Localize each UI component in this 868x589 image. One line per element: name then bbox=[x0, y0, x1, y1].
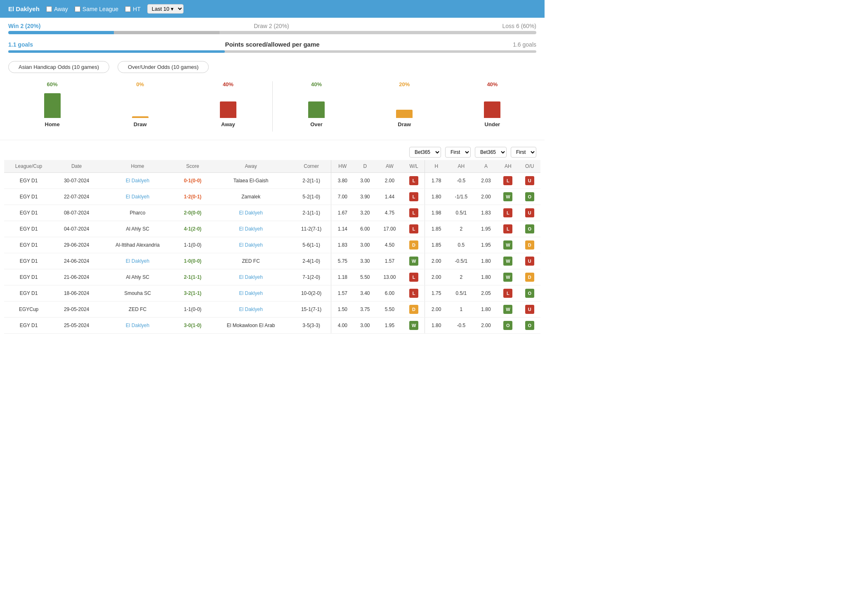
cell-home: Pharco bbox=[100, 205, 175, 221]
cell-ah-badge: W bbox=[497, 253, 519, 269]
period-select[interactable]: Last 10 ▾ Last 5 Last 20 bbox=[147, 4, 184, 14]
tab-asian-handicap[interactable]: Asian Handicap Odds (10 games) bbox=[8, 61, 109, 73]
chart-bar-away bbox=[220, 101, 236, 118]
table-header-row: League/Cup Date Home Score Away Corner H… bbox=[4, 160, 540, 173]
away-team-link[interactable]: El Daklyeh bbox=[239, 210, 262, 216]
chart-left: 60%Home0%Draw40%Away bbox=[8, 81, 273, 132]
cell-d: 3.40 bbox=[354, 285, 376, 302]
table-controls: Bet365 1xBet First Full Bet365 1xBet Fir… bbox=[4, 144, 540, 160]
cell-home[interactable]: El Daklyeh bbox=[100, 173, 175, 189]
period-select-1[interactable]: First Full bbox=[445, 147, 471, 158]
cell-hw: 5.75 bbox=[331, 253, 354, 269]
cell-score: 2-0(0-0) bbox=[175, 205, 210, 221]
away-team-link[interactable]: El Daklyeh bbox=[239, 226, 262, 232]
cell-date: 22-07-2024 bbox=[53, 189, 100, 205]
table-row: EGY D1 04-07-2024 Al Ahly SC 4-1(2-0) El… bbox=[4, 221, 540, 237]
chart-item-draw: 20%Draw bbox=[396, 81, 413, 127]
cell-aw: 1.57 bbox=[376, 253, 403, 269]
ah-badge: L bbox=[503, 224, 512, 233]
ht-checkbox[interactable] bbox=[125, 6, 131, 12]
cell-league: EGY D1 bbox=[4, 285, 53, 302]
cell-a: 1.95 bbox=[475, 221, 497, 237]
cell-ah: 0.5/1 bbox=[448, 285, 475, 302]
cell-h: 1.85 bbox=[425, 237, 448, 253]
home-team-link[interactable]: El Daklyeh bbox=[126, 323, 149, 328]
cell-date: 29-06-2024 bbox=[53, 237, 100, 253]
header-bar: El Daklyeh Away Same League HT Last 10 ▾… bbox=[0, 0, 545, 18]
cell-away[interactable]: El Daklyeh bbox=[210, 302, 292, 318]
wdl-loss-label: Loss 6 (60%) bbox=[502, 23, 536, 29]
cell-date: 21-06-2024 bbox=[53, 269, 100, 285]
away-team-link[interactable]: El Daklyeh bbox=[239, 242, 262, 248]
away-team-link[interactable]: El Daklyeh bbox=[239, 274, 262, 280]
cell-corner: 10-0(2-0) bbox=[292, 285, 331, 302]
chart-bar-over bbox=[308, 101, 325, 118]
wdl-labels: Win 2 (20%) Draw 2 (20%) Loss 6 (60%) bbox=[8, 23, 536, 29]
cell-home[interactable]: El Daklyeh bbox=[100, 253, 175, 269]
table-section: Bet365 1xBet First Full Bet365 1xBet Fir… bbox=[0, 140, 545, 338]
cell-home[interactable]: El Daklyeh bbox=[100, 318, 175, 334]
ou-badge: U bbox=[525, 176, 534, 185]
cell-corner: 11-2(7-1) bbox=[292, 221, 331, 237]
cell-corner: 15-1(7-1) bbox=[292, 302, 331, 318]
cell-away: Talaea El-Gaish bbox=[210, 173, 292, 189]
bet-select-1[interactable]: Bet365 1xBet bbox=[409, 147, 441, 158]
cell-score: 3-2(1-1) bbox=[175, 285, 210, 302]
cell-ah-badge: L bbox=[497, 173, 519, 189]
chart-item-over: 40%Over bbox=[308, 81, 325, 127]
cell-hw: 3.80 bbox=[331, 173, 354, 189]
cell-date: 24-06-2024 bbox=[53, 253, 100, 269]
tab-over-under[interactable]: Over/Under Odds (10 games) bbox=[118, 61, 209, 73]
chart-bar-wrap-home bbox=[44, 89, 61, 118]
cell-home: Al-Ittihad Alexandria bbox=[100, 237, 175, 253]
cell-h: 2.00 bbox=[425, 253, 448, 269]
ah-badge: L bbox=[503, 208, 512, 217]
cell-h: 1.75 bbox=[425, 285, 448, 302]
wl-badge: L bbox=[409, 289, 418, 298]
cell-away[interactable]: El Daklyeh bbox=[210, 285, 292, 302]
ht-checkbox-label[interactable]: HT bbox=[125, 6, 141, 12]
chart-bar-wrap-draw bbox=[396, 89, 413, 118]
ht-label: HT bbox=[133, 6, 141, 12]
cell-away[interactable]: El Daklyeh bbox=[210, 269, 292, 285]
cell-away[interactable]: El Daklyeh bbox=[210, 237, 292, 253]
away-team-link[interactable]: El Daklyeh bbox=[239, 306, 262, 312]
ou-badge: U bbox=[525, 305, 534, 314]
cell-away[interactable]: El Daklyeh bbox=[210, 205, 292, 221]
odds-tabs: Asian Handicap Odds (10 games) Over/Unde… bbox=[0, 57, 545, 77]
wl-badge: L bbox=[409, 273, 418, 282]
cell-corner: 5-2(1-0) bbox=[292, 189, 331, 205]
table-row: EGYCup 29-05-2024 ZED FC 1-1(0-0) El Dak… bbox=[4, 302, 540, 318]
same-league-checkbox-label[interactable]: Same League bbox=[75, 6, 118, 12]
cell-h: 2.00 bbox=[425, 269, 448, 285]
wdl-draw-label: Draw 2 (20%) bbox=[254, 23, 289, 29]
away-checkbox[interactable] bbox=[46, 6, 52, 12]
cell-d: 3.30 bbox=[354, 253, 376, 269]
cell-ou: U bbox=[519, 253, 540, 269]
cell-home[interactable]: El Daklyeh bbox=[100, 189, 175, 205]
th-date: Date bbox=[53, 160, 100, 173]
goals-left: 1.1 goals bbox=[8, 41, 45, 48]
away-checkbox-label[interactable]: Away bbox=[46, 6, 68, 12]
cell-corner: 7-1(2-0) bbox=[292, 269, 331, 285]
ah-badge: W bbox=[503, 240, 512, 250]
home-team-link[interactable]: El Daklyeh bbox=[126, 178, 149, 184]
home-team-link[interactable]: El Daklyeh bbox=[126, 258, 149, 264]
same-league-checkbox[interactable] bbox=[75, 6, 80, 12]
home-team-link[interactable]: El Daklyeh bbox=[126, 194, 149, 200]
away-team-link[interactable]: El Daklyeh bbox=[239, 290, 262, 296]
chart-pct-home: 60% bbox=[47, 81, 58, 87]
cell-home: Smouha SC bbox=[100, 285, 175, 302]
ou-badge: O bbox=[525, 192, 534, 201]
cell-wl: L bbox=[403, 221, 425, 237]
bet-select-2[interactable]: Bet365 1xBet bbox=[475, 147, 507, 158]
cell-away[interactable]: El Daklyeh bbox=[210, 221, 292, 237]
cell-ah: 2 bbox=[448, 221, 475, 237]
cell-home: Al Ahly SC bbox=[100, 221, 175, 237]
wl-badge: L bbox=[409, 224, 418, 233]
period-select-2[interactable]: First Full bbox=[511, 147, 536, 158]
cell-ah: 2 bbox=[448, 269, 475, 285]
ou-badge: O bbox=[525, 224, 534, 233]
chart-bar-wrap-away bbox=[220, 89, 236, 118]
th-corner: Corner bbox=[292, 160, 331, 173]
